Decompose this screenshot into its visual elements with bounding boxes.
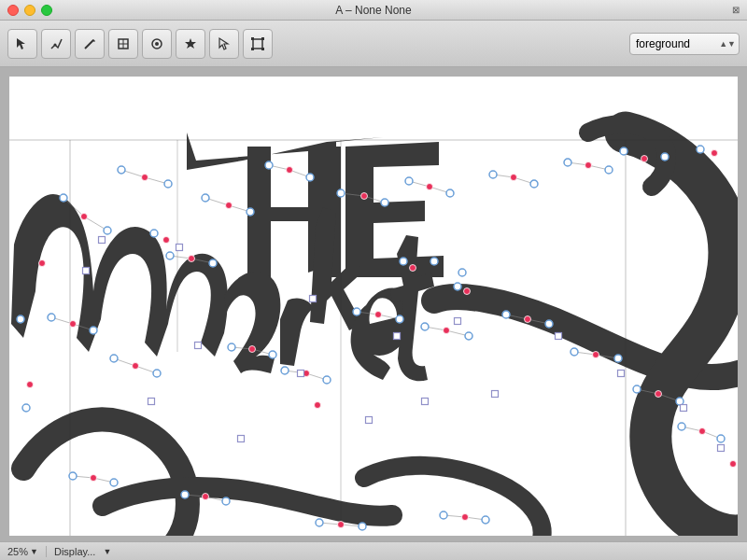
shape-tool-button[interactable] (142, 29, 172, 59)
svg-rect-11 (251, 37, 254, 40)
direct-select-button[interactable] (209, 29, 239, 59)
zoom-arrow-icon[interactable]: ▼ (30, 547, 38, 556)
display-options[interactable]: Display... (54, 546, 95, 557)
pencil-tool-button[interactable] (75, 29, 105, 59)
svg-rect-12 (261, 37, 264, 40)
artboard (9, 77, 738, 536)
display-arrow-icon[interactable]: ▼ (103, 547, 111, 556)
svg-marker-0 (17, 38, 25, 49)
svg-marker-9 (219, 38, 228, 49)
star-tool-button[interactable] (176, 29, 205, 59)
close-button[interactable] (7, 5, 19, 16)
svg-rect-14 (261, 48, 264, 50)
zoom-display: 25% ▼ (7, 546, 38, 557)
lettering-artwork (9, 77, 738, 536)
window-controls (7, 5, 52, 16)
minimize-button[interactable] (24, 5, 35, 16)
svg-line-2 (85, 40, 93, 49)
artboard-tool-button[interactable] (243, 29, 273, 59)
pen-tool-button[interactable] (41, 29, 71, 59)
maximize-button[interactable] (41, 5, 52, 16)
layer-select-wrapper[interactable]: foreground ▲▼ (629, 33, 740, 55)
canvas-area[interactable] (0, 67, 747, 541)
svg-point-8 (155, 42, 159, 46)
window-title: A – None None (335, 4, 411, 17)
anchor-tool-button[interactable] (108, 29, 138, 59)
toolbar: foreground ▲▼ (0, 21, 747, 67)
title-bar: A – None None ⊠ (0, 0, 747, 21)
select-tool-button[interactable] (7, 29, 37, 59)
svg-rect-10 (253, 39, 262, 49)
layer-dropdown[interactable]: foreground (629, 33, 740, 55)
status-separator (46, 546, 47, 557)
status-bar: 25% ▼ Display... ▼ (0, 541, 747, 560)
svg-rect-13 (251, 48, 254, 50)
zoom-level: 25% (7, 546, 28, 557)
toolbar-right: foreground ▲▼ (629, 33, 740, 55)
resize-icon[interactable]: ⊠ (732, 5, 740, 15)
svg-point-1 (54, 43, 57, 46)
